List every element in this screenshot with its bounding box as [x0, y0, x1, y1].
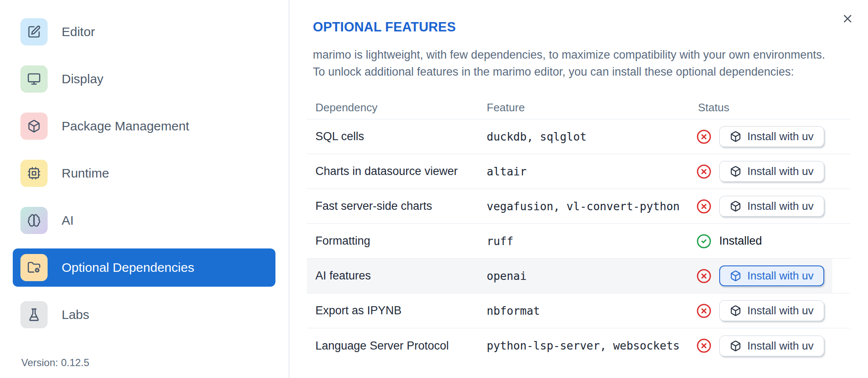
package-icon [730, 131, 741, 142]
feature-cell: ruff [487, 235, 693, 248]
table-row: Export as IPYNB nbformat Install with uv [307, 293, 850, 328]
dependency-cell: AI features [307, 269, 487, 282]
sidebar-item-label: Runtime [62, 166, 109, 181]
install-with-uv-button[interactable]: Install with uv [719, 265, 824, 286]
table-row: Fast server-side charts vegafusion, vl-c… [307, 189, 850, 224]
package-icon [730, 270, 741, 282]
dependency-cell: Fast server-side charts [307, 200, 487, 213]
installed-status-label: Installed [719, 234, 762, 248]
install-button-label: Install with uv [747, 200, 814, 213]
table-row: AI features openai Install with uv [307, 259, 850, 293]
sidebar-item-runtime[interactable]: Runtime [13, 154, 275, 192]
feature-cell: openai [487, 270, 693, 282]
install-button-label: Install with uv [747, 339, 814, 353]
circle-x-icon [696, 129, 712, 144]
install-with-uv-button[interactable]: Install with uv [719, 161, 824, 182]
column-header-dependency: Dependency [307, 101, 487, 114]
settings-sidebar: Editor Display Package Management Runtim… [0, 0, 289, 378]
sidebar-item-ai[interactable]: AI [13, 201, 275, 240]
install-button-label: Install with uv [747, 269, 814, 282]
runtime-icon [20, 160, 48, 187]
install-button-label: Install with uv [747, 304, 814, 317]
version-label: Version: 0.12.5 [21, 357, 89, 369]
dependency-cell: Export as IPYNB [307, 304, 487, 317]
install-with-uv-button[interactable]: Install with uv [719, 126, 824, 147]
feature-cell: altair [487, 165, 693, 178]
dependency-cell: Formatting [307, 234, 487, 248]
install-button-label: Install with uv [747, 165, 814, 178]
package-icon [730, 305, 741, 316]
description-line: To unlock additional features in the mar… [313, 65, 794, 78]
optional-features-panel: OPTIONAL FEATURES marimo is lightweight,… [289, 0, 868, 378]
sidebar-item-label: AI [62, 213, 74, 228]
dependency-cell: Language Server Protocol [307, 339, 487, 353]
sidebar-item-display[interactable]: Display [13, 60, 275, 98]
table-row: Language Server Protocol python-lsp-serv… [307, 328, 850, 363]
sidebar-item-label: Optional Dependencies [62, 260, 194, 275]
table-row: Formatting ruff Installed [307, 224, 850, 259]
column-header-status: Status [693, 101, 850, 114]
feature-cell: duckdb, sqlglot [487, 130, 693, 143]
sidebar-item-label: Editor [62, 25, 95, 39]
editor-icon [20, 18, 48, 45]
sidebar-item-label: Labs [62, 307, 89, 322]
circle-check-icon [696, 234, 712, 249]
feature-cell: nbformat [487, 305, 693, 317]
circle-x-icon [696, 338, 712, 353]
table-row: Charts in datasource viewer altair Insta… [307, 154, 850, 189]
circle-x-icon [696, 303, 712, 319]
display-icon [20, 65, 48, 93]
column-header-feature: Feature [487, 101, 693, 114]
package-icon [730, 340, 741, 352]
ai-icon [20, 207, 48, 234]
sidebar-item-optional-dependencies[interactable]: Optional Dependencies [13, 248, 275, 287]
circle-x-icon [696, 199, 712, 214]
install-with-uv-button[interactable]: Install with uv [719, 300, 824, 321]
page-title: OPTIONAL FEATURES [313, 19, 868, 35]
table-row: SQL cells duckdb, sqlglot Install with u… [307, 119, 850, 154]
feature-cell: vegafusion, vl-convert-python [487, 200, 693, 213]
dependencies-table: Dependency Feature Status SQL cells duck… [307, 96, 850, 363]
labs-icon [20, 301, 48, 328]
package-icon [730, 166, 741, 177]
dependency-cell: Charts in datasource viewer [307, 165, 487, 178]
install-button-label: Install with uv [747, 130, 814, 143]
sidebar-item-labs[interactable]: Labs [13, 296, 275, 334]
circle-x-icon [696, 268, 712, 284]
table-header-row: Dependency Feature Status [307, 96, 850, 119]
package-management-icon [20, 113, 48, 140]
optional-dependencies-icon [20, 254, 48, 281]
close-button[interactable] [839, 10, 856, 27]
sidebar-item-package-management[interactable]: Package Management [13, 107, 275, 145]
install-with-uv-button[interactable]: Install with uv [719, 196, 824, 217]
settings-dialog: Editor Display Package Management Runtim… [0, 0, 868, 378]
sidebar-item-label: Package Management [62, 119, 189, 133]
sidebar-item-editor[interactable]: Editor [13, 13, 275, 51]
description-line: marimo is lightweight, with few dependen… [313, 48, 825, 61]
package-icon [730, 200, 741, 212]
feature-cell: python-lsp-server, websockets [487, 339, 693, 352]
install-with-uv-button[interactable]: Install with uv [719, 336, 824, 356]
sidebar-item-label: Display [62, 72, 103, 86]
close-icon [841, 12, 854, 25]
page-description: marimo is lightweight, with few dependen… [313, 46, 868, 80]
circle-x-icon [696, 164, 712, 179]
dependency-cell: SQL cells [307, 130, 487, 143]
